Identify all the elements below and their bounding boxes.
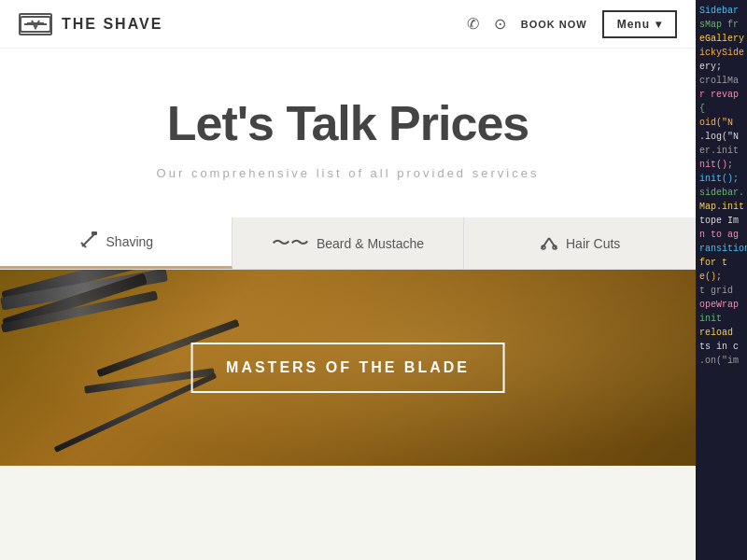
navbar: THE SHAVE ✆ ⊙ BOOK NOW Menu ▾ (0, 0, 696, 49)
code-line: init (699, 312, 743, 326)
tab-beard-mustache[interactable]: 〜〜 Beard & Mustache (233, 217, 465, 269)
hero-section: Let's Talk Prices Our comprehensive list… (0, 49, 696, 217)
code-line: ickySide (699, 46, 743, 60)
code-line: ery; (699, 60, 743, 74)
code-line: init(); (699, 172, 743, 186)
code-line: e(); (699, 270, 743, 284)
code-line: ts in c (699, 340, 743, 354)
menu-button[interactable]: Menu ▾ (602, 10, 677, 38)
code-line: reload (699, 326, 743, 340)
code-line: .on("im (699, 354, 743, 368)
hero-image-section: MASTERS OF THE BLADE (0, 270, 696, 466)
code-line: n to ag (699, 228, 743, 242)
cta-label: MASTERS OF THE BLADE (226, 359, 470, 375)
code-editor-panel: SidebarsMap freGalleryickySideery;crollM… (696, 0, 747, 560)
code-line: r revap (699, 88, 743, 102)
tab-hair-cuts[interactable]: Hair Cuts (464, 217, 696, 269)
navbar-left: THE SHAVE (19, 13, 162, 35)
navbar-right: ✆ ⊙ BOOK NOW Menu ▾ (467, 10, 677, 38)
hero-title: Let's Talk Prices (19, 95, 677, 151)
code-line: Map.init (699, 200, 743, 214)
code-line: ransition (699, 242, 743, 256)
cta-button[interactable]: MASTERS OF THE BLADE (190, 343, 505, 393)
code-line: oid("N (699, 116, 743, 130)
code-line: er.init (699, 144, 743, 158)
menu-label: Menu (617, 18, 650, 31)
code-line: opeWrap (699, 298, 743, 312)
shaving-tab-icon (78, 230, 99, 255)
tab-haircuts-label: Hair Cuts (566, 236, 620, 251)
code-line: .log("N (699, 130, 743, 144)
beard-tab-icon: 〜〜 (272, 231, 309, 256)
hero-subtitle: Our comprehensive list of all provided s… (19, 166, 677, 180)
code-line: nit(); (699, 158, 743, 172)
code-line: tope Im (699, 214, 743, 228)
tab-shaving-label: Shaving (106, 234, 154, 249)
code-line: Sidebar (699, 4, 743, 18)
code-line: eGallery (699, 32, 743, 46)
phone-icon[interactable]: ✆ (467, 15, 479, 33)
code-line: sMap fr (699, 18, 743, 32)
haircuts-tab-icon (540, 232, 558, 254)
tab-shaving[interactable]: Shaving (0, 217, 233, 269)
main-website-panel: THE SHAVE ✆ ⊙ BOOK NOW Menu ▾ Let's Talk… (0, 0, 696, 560)
tabs-section: Shaving 〜〜 Beard & Mustache Hair Cuts (0, 217, 696, 270)
code-line: crollMa (699, 74, 743, 88)
code-line: for t (699, 256, 743, 270)
menu-arrow-icon: ▾ (655, 18, 662, 31)
tab-beard-label: Beard & Mustache (317, 236, 424, 251)
book-now-button[interactable]: BOOK NOW (521, 19, 587, 30)
code-line: { (699, 102, 743, 116)
logo-icon (19, 13, 52, 35)
code-line: t grid (699, 284, 743, 298)
code-line: sidebar. (699, 186, 743, 200)
brand-name: THE SHAVE (62, 16, 162, 33)
svg-rect-3 (92, 231, 97, 235)
clock-icon[interactable]: ⊙ (494, 15, 506, 33)
